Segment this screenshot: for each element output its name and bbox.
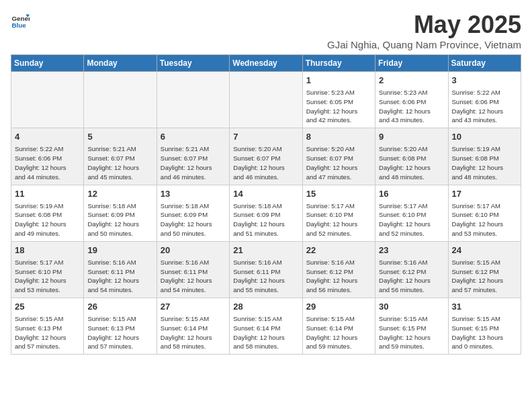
day-info: Sunrise: 5:15 AM Sunset: 6:13 PM Dayligh… <box>87 314 152 351</box>
week-row-2: 4Sunrise: 5:22 AM Sunset: 6:06 PM Daylig… <box>11 128 521 185</box>
calendar-cell: 23Sunrise: 5:16 AM Sunset: 6:12 PM Dayli… <box>375 241 448 298</box>
day-number: 23 <box>379 244 444 257</box>
day-number: 8 <box>306 131 371 143</box>
calendar-cell: 22Sunrise: 5:16 AM Sunset: 6:12 PM Dayli… <box>302 241 375 298</box>
weekday-header-friday: Friday <box>375 55 448 72</box>
day-number: 11 <box>15 188 80 200</box>
weekday-header-row: SundayMondayTuesdayWednesdayThursdayFrid… <box>11 55 521 72</box>
day-info: Sunrise: 5:18 AM Sunset: 6:09 PM Dayligh… <box>161 201 226 238</box>
day-number: 31 <box>452 301 517 313</box>
day-number: 17 <box>452 188 517 200</box>
day-info: Sunrise: 5:16 AM Sunset: 6:11 PM Dayligh… <box>233 258 298 295</box>
calendar-cell: 24Sunrise: 5:15 AM Sunset: 6:12 PM Dayli… <box>448 241 521 298</box>
day-number: 10 <box>452 131 517 143</box>
day-number: 20 <box>161 244 226 257</box>
day-number: 12 <box>87 188 152 200</box>
day-number: 5 <box>87 131 152 143</box>
calendar-cell: 2Sunrise: 5:23 AM Sunset: 6:06 PM Daylig… <box>375 72 448 128</box>
day-number: 4 <box>15 131 80 143</box>
calendar-cell: 21Sunrise: 5:16 AM Sunset: 6:11 PM Dayli… <box>230 241 302 298</box>
day-number: 26 <box>87 301 152 313</box>
day-info: Sunrise: 5:19 AM Sunset: 6:08 PM Dayligh… <box>452 144 517 181</box>
calendar-cell: 20Sunrise: 5:16 AM Sunset: 6:11 PM Dayli… <box>157 241 229 298</box>
week-row-4: 18Sunrise: 5:17 AM Sunset: 6:10 PM Dayli… <box>11 241 521 298</box>
day-number: 9 <box>379 131 444 143</box>
day-info: Sunrise: 5:17 AM Sunset: 6:10 PM Dayligh… <box>15 258 80 295</box>
calendar-cell: 12Sunrise: 5:18 AM Sunset: 6:09 PM Dayli… <box>84 185 157 241</box>
day-number: 28 <box>233 301 298 313</box>
svg-text:Blue: Blue <box>11 21 26 29</box>
day-info: Sunrise: 5:20 AM Sunset: 6:07 PM Dayligh… <box>306 144 371 181</box>
day-info: Sunrise: 5:15 AM Sunset: 6:13 PM Dayligh… <box>15 314 80 351</box>
day-info: Sunrise: 5:16 AM Sunset: 6:11 PM Dayligh… <box>87 258 152 295</box>
calendar-cell: 7Sunrise: 5:20 AM Sunset: 6:07 PM Daylig… <box>230 128 302 185</box>
calendar-cell: 25Sunrise: 5:15 AM Sunset: 6:13 PM Dayli… <box>11 298 84 355</box>
logo-icon: General Blue <box>11 11 30 30</box>
weekday-header-wednesday: Wednesday <box>230 55 302 72</box>
page-header: General Blue May 2025 GJai Nghia, Quang … <box>11 11 521 50</box>
day-number: 1 <box>306 75 371 87</box>
day-info: Sunrise: 5:21 AM Sunset: 6:07 PM Dayligh… <box>87 144 152 181</box>
day-info: Sunrise: 5:17 AM Sunset: 6:10 PM Dayligh… <box>379 201 444 238</box>
day-number: 7 <box>233 131 298 143</box>
day-info: Sunrise: 5:16 AM Sunset: 6:11 PM Dayligh… <box>161 258 226 295</box>
calendar-cell <box>230 72 302 128</box>
week-row-3: 11Sunrise: 5:19 AM Sunset: 6:08 PM Dayli… <box>11 185 521 241</box>
day-number: 22 <box>306 244 371 257</box>
week-row-5: 25Sunrise: 5:15 AM Sunset: 6:13 PM Dayli… <box>11 298 521 355</box>
main-title: May 2025 <box>327 11 521 39</box>
calendar-cell: 31Sunrise: 5:15 AM Sunset: 6:15 PM Dayli… <box>448 298 521 355</box>
day-info: Sunrise: 5:18 AM Sunset: 6:09 PM Dayligh… <box>87 201 152 238</box>
day-info: Sunrise: 5:18 AM Sunset: 6:09 PM Dayligh… <box>233 201 298 238</box>
day-info: Sunrise: 5:15 AM Sunset: 6:14 PM Dayligh… <box>306 314 371 351</box>
day-number: 6 <box>161 131 226 143</box>
day-info: Sunrise: 5:21 AM Sunset: 6:07 PM Dayligh… <box>161 144 226 181</box>
calendar-cell: 13Sunrise: 5:18 AM Sunset: 6:09 PM Dayli… <box>157 185 229 241</box>
calendar-table: SundayMondayTuesdayWednesdayThursdayFrid… <box>11 54 521 355</box>
day-number: 27 <box>161 301 226 313</box>
day-number: 15 <box>306 188 371 200</box>
day-info: Sunrise: 5:22 AM Sunset: 6:06 PM Dayligh… <box>452 88 517 125</box>
calendar-cell: 18Sunrise: 5:17 AM Sunset: 6:10 PM Dayli… <box>11 241 84 298</box>
calendar-cell: 30Sunrise: 5:15 AM Sunset: 6:15 PM Dayli… <box>375 298 448 355</box>
weekday-header-thursday: Thursday <box>302 55 375 72</box>
day-info: Sunrise: 5:17 AM Sunset: 6:10 PM Dayligh… <box>306 201 371 238</box>
calendar-cell: 28Sunrise: 5:15 AM Sunset: 6:14 PM Dayli… <box>230 298 302 355</box>
day-info: Sunrise: 5:20 AM Sunset: 6:08 PM Dayligh… <box>379 144 444 181</box>
weekday-header-tuesday: Tuesday <box>157 55 229 72</box>
day-number: 21 <box>233 244 298 257</box>
day-info: Sunrise: 5:20 AM Sunset: 6:07 PM Dayligh… <box>233 144 298 181</box>
weekday-header-saturday: Saturday <box>448 55 521 72</box>
calendar-cell: 27Sunrise: 5:15 AM Sunset: 6:14 PM Dayli… <box>157 298 229 355</box>
weekday-header-sunday: Sunday <box>11 55 84 72</box>
day-info: Sunrise: 5:15 AM Sunset: 6:15 PM Dayligh… <box>379 314 444 351</box>
day-number: 24 <box>452 244 517 257</box>
day-number: 13 <box>161 188 226 200</box>
day-number: 19 <box>87 244 152 257</box>
day-info: Sunrise: 5:19 AM Sunset: 6:08 PM Dayligh… <box>15 201 80 238</box>
day-info: Sunrise: 5:15 AM Sunset: 6:14 PM Dayligh… <box>161 314 226 351</box>
day-number: 30 <box>379 301 444 313</box>
day-info: Sunrise: 5:23 AM Sunset: 6:06 PM Dayligh… <box>379 88 444 125</box>
calendar-cell: 5Sunrise: 5:21 AM Sunset: 6:07 PM Daylig… <box>84 128 157 185</box>
calendar-cell <box>157 72 229 128</box>
calendar-cell: 15Sunrise: 5:17 AM Sunset: 6:10 PM Dayli… <box>302 185 375 241</box>
day-number: 14 <box>233 188 298 200</box>
calendar-cell: 4Sunrise: 5:22 AM Sunset: 6:06 PM Daylig… <box>11 128 84 185</box>
logo: General Blue <box>11 11 30 30</box>
subtitle: GJai Nghia, Quang Nam Province, Vietnam <box>327 39 521 50</box>
day-info: Sunrise: 5:23 AM Sunset: 6:05 PM Dayligh… <box>306 88 371 125</box>
day-number: 25 <box>15 301 80 313</box>
calendar-cell: 16Sunrise: 5:17 AM Sunset: 6:10 PM Dayli… <box>375 185 448 241</box>
day-number: 18 <box>15 244 80 257</box>
calendar-cell: 14Sunrise: 5:18 AM Sunset: 6:09 PM Dayli… <box>230 185 302 241</box>
calendar-cell: 29Sunrise: 5:15 AM Sunset: 6:14 PM Dayli… <box>302 298 375 355</box>
day-number: 16 <box>379 188 444 200</box>
calendar-cell: 1Sunrise: 5:23 AM Sunset: 6:05 PM Daylig… <box>302 72 375 128</box>
calendar-cell: 6Sunrise: 5:21 AM Sunset: 6:07 PM Daylig… <box>157 128 229 185</box>
weekday-header-monday: Monday <box>84 55 157 72</box>
calendar-cell <box>11 72 84 128</box>
calendar-cell <box>84 72 157 128</box>
calendar-cell: 19Sunrise: 5:16 AM Sunset: 6:11 PM Dayli… <box>84 241 157 298</box>
calendar-cell: 26Sunrise: 5:15 AM Sunset: 6:13 PM Dayli… <box>84 298 157 355</box>
